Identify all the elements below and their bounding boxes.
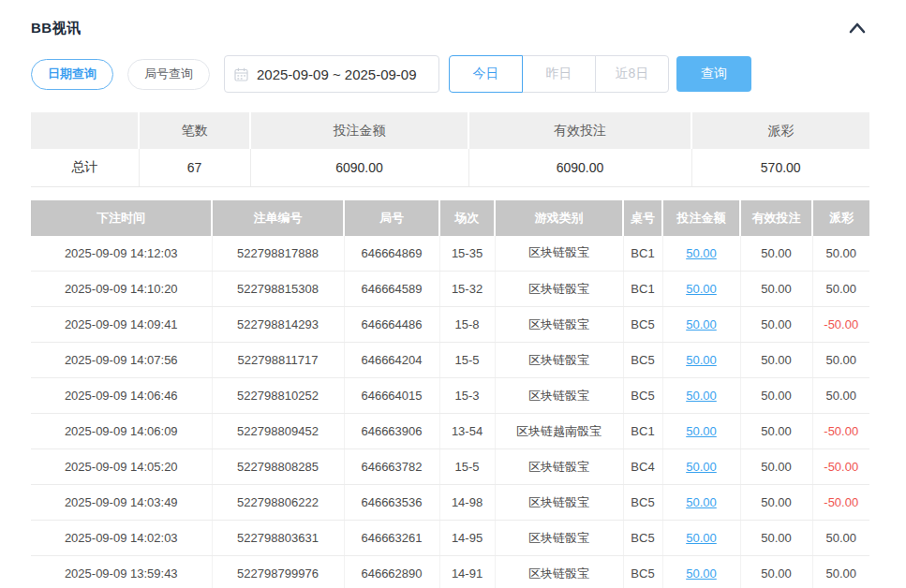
round-number-cell: 646663782 [344, 449, 439, 485]
tab-round-query[interactable]: 局号查询 [127, 59, 210, 90]
records-tbody: 2025-09-09 14:12:03522798817888646664869… [31, 236, 869, 588]
bet-amount-cell: 50.00 [662, 521, 740, 556]
table-row: 2025-09-09 14:10:20522798815308646664589… [31, 272, 869, 307]
panel-header: BB视讯 [31, 17, 869, 39]
bet-amount-link[interactable]: 50.00 [686, 353, 717, 367]
game-type-cell: 区块链骰宝 [495, 449, 623, 485]
bet-time-cell: 2025-09-09 14:02:03 [31, 521, 212, 556]
round-number-cell: 646664204 [344, 343, 439, 378]
bet-amount-cell: 50.00 [662, 272, 740, 307]
payout-cell: -50.00 [812, 414, 869, 449]
valid-bet-cell: 50.00 [740, 414, 812, 449]
bet-amount-cell: 50.00 [662, 236, 740, 272]
order-number-cell: 522798809452 [212, 414, 344, 449]
order-number-cell: 522798817888 [212, 236, 344, 272]
bet-amount-link[interactable]: 50.00 [686, 460, 717, 474]
total-label: 总计 [31, 149, 139, 186]
table-number-cell: BC4 [623, 449, 662, 485]
table-number-cell: BC5 [623, 378, 662, 414]
bet-amount-cell: 50.00 [662, 485, 740, 521]
valid-bet-cell: 50.00 [740, 343, 812, 378]
calendar-icon [234, 67, 248, 81]
game-type-cell: 区块链骰宝 [495, 272, 623, 307]
bet-amount-cell: 50.00 [662, 343, 740, 378]
records-header-row: 下注时间 注单编号 局号 场次 游戏类别 桌号 投注金额 有效投注 派彩 [31, 200, 869, 236]
round-number-cell: 646663906 [344, 414, 439, 449]
order-number-cell: 522798806222 [212, 485, 344, 521]
quick-range-last8days[interactable]: 近8日 [595, 55, 669, 93]
bet-amount-cell: 50.00 [662, 307, 740, 343]
session-cell: 15-32 [439, 272, 495, 307]
table-row: 2025-09-09 14:03:49522798806222646663536… [31, 485, 869, 521]
col-header-order-number: 注单编号 [212, 200, 344, 236]
table-row: 2025-09-09 14:07:56522798811717646664204… [31, 343, 869, 378]
bet-amount-link[interactable]: 50.00 [686, 531, 717, 545]
date-range-value: 2025-09-09 ~ 2025-09-09 [257, 66, 417, 82]
order-number-cell: 522798799976 [212, 556, 344, 588]
bet-amount-link[interactable]: 50.00 [686, 246, 717, 260]
game-type-cell: 区块链骰宝 [495, 521, 623, 556]
round-number-cell: 646664486 [344, 307, 439, 343]
search-button[interactable]: 查询 [676, 56, 751, 92]
bet-amount-link[interactable]: 50.00 [686, 389, 717, 403]
table-row: 2025-09-09 14:12:03522798817888646664869… [31, 236, 869, 272]
payout-cell: 50.00 [812, 378, 869, 414]
total-payout: 570.00 [691, 149, 869, 186]
table-number-cell: BC5 [623, 485, 662, 521]
order-number-cell: 522798803631 [212, 521, 344, 556]
quick-range-today[interactable]: 今日 [449, 55, 523, 93]
table-number-cell: BC5 [623, 556, 662, 588]
bet-amount-link[interactable]: 50.00 [686, 282, 717, 296]
order-number-cell: 522798808285 [212, 449, 344, 485]
total-bet-amount: 6090.00 [250, 149, 468, 186]
order-number-cell: 522798810252 [212, 378, 344, 414]
session-cell: 15-3 [439, 378, 495, 414]
session-cell: 15-35 [439, 236, 495, 272]
bet-amount-link[interactable]: 50.00 [686, 424, 717, 438]
col-header-game-type: 游戏类别 [495, 200, 623, 236]
bb-video-panel: BB视讯 日期查询 局号查询 [0, 0, 906, 588]
round-number-cell: 646663536 [344, 485, 439, 521]
session-cell: 14-91 [439, 556, 495, 588]
bet-amount-link[interactable]: 50.00 [686, 566, 717, 581]
game-type-cell: 区块链骰宝 [495, 343, 623, 378]
bet-amount-cell: 50.00 [662, 414, 740, 449]
col-header-payout: 派彩 [812, 200, 869, 236]
valid-bet-cell: 50.00 [740, 449, 812, 485]
col-header-bet-time: 下注时间 [31, 200, 212, 236]
session-cell: 13-54 [439, 414, 495, 449]
records-table: 下注时间 注单编号 局号 场次 游戏类别 桌号 投注金额 有效投注 派彩 202… [31, 200, 869, 588]
valid-bet-cell: 50.00 [740, 485, 812, 521]
valid-bet-cell: 50.00 [740, 307, 812, 343]
chevron-up-icon [847, 24, 868, 38]
table-row: 2025-09-09 14:02:03522798803631646663261… [31, 521, 869, 556]
round-number-cell: 646663261 [344, 521, 439, 556]
payout-cell: -50.00 [812, 449, 869, 485]
bet-amount-cell: 50.00 [662, 556, 740, 588]
game-type-cell: 区块链骰宝 [495, 378, 623, 414]
bet-time-cell: 2025-09-09 14:10:20 [31, 272, 212, 307]
summary-header-bet-amount: 投注金额 [250, 112, 468, 149]
payout-cell: 50.00 [812, 272, 869, 307]
session-cell: 14-95 [439, 521, 495, 556]
order-number-cell: 522798814293 [212, 307, 344, 343]
table-number-cell: BC1 [623, 272, 662, 307]
date-range-picker[interactable]: 2025-09-09 ~ 2025-09-09 [224, 55, 439, 93]
summary-header-empty [31, 112, 139, 149]
bet-time-cell: 2025-09-09 13:59:43 [31, 556, 212, 588]
bet-time-cell: 2025-09-09 14:12:03 [31, 236, 212, 272]
quick-range-yesterday[interactable]: 昨日 [522, 55, 596, 93]
payout-cell: -50.00 [812, 307, 869, 343]
tab-date-query[interactable]: 日期查询 [31, 59, 113, 90]
round-number-cell: 646664869 [344, 236, 439, 272]
bet-time-cell: 2025-09-09 14:06:09 [31, 414, 212, 449]
summary-total-row: 总计 67 6090.00 6090.00 570.00 [31, 149, 869, 186]
bet-time-cell: 2025-09-09 14:03:49 [31, 485, 212, 521]
order-number-cell: 522798811717 [212, 343, 344, 378]
bet-amount-link[interactable]: 50.00 [686, 317, 717, 331]
table-row: 2025-09-09 14:05:20522798808285646663782… [31, 449, 869, 485]
table-row: 2025-09-09 14:06:09522798809452646663906… [31, 414, 869, 449]
session-cell: 15-5 [439, 343, 495, 378]
bet-amount-link[interactable]: 50.00 [686, 495, 717, 509]
collapse-panel-button[interactable] [845, 19, 869, 37]
